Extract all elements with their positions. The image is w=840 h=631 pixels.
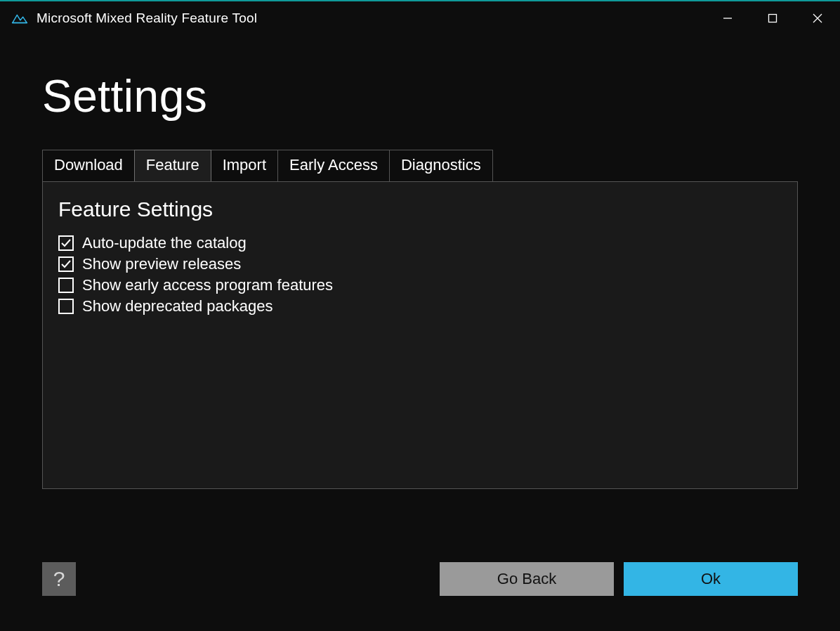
checkbox-icon (58, 256, 74, 272)
tab-feature[interactable]: Feature (134, 150, 211, 181)
option-deprecated[interactable]: Show deprecated packages (58, 297, 782, 316)
tab-label: Early Access (289, 156, 378, 174)
help-button[interactable]: ? (42, 562, 76, 596)
option-label: Auto-update the catalog (82, 234, 247, 252)
ok-button[interactable]: Ok (624, 562, 798, 596)
content: Settings Download Feature Import Early A… (0, 35, 840, 631)
checkbox-icon (58, 299, 74, 314)
tab-diagnostics[interactable]: Diagnostics (389, 150, 493, 181)
tabs: Download Feature Import Early Access Dia… (42, 150, 798, 181)
settings-panel: Feature Settings Auto-update the catalog… (42, 181, 798, 489)
option-label: Show deprecated packages (82, 297, 273, 316)
tab-download[interactable]: Download (42, 150, 135, 181)
tab-label: Feature (146, 156, 199, 174)
tab-label: Import (223, 156, 266, 174)
help-icon: ? (53, 567, 65, 591)
app-icon (11, 10, 28, 27)
option-show-preview[interactable]: Show preview releases (58, 255, 782, 273)
tab-early-access[interactable]: Early Access (277, 150, 390, 181)
button-label: Go Back (497, 570, 556, 588)
maximize-button[interactable] (750, 1, 795, 35)
page-title: Settings (42, 73, 798, 120)
option-label: Show early access program features (82, 276, 333, 294)
panel-heading: Feature Settings (58, 197, 782, 221)
go-back-button[interactable]: Go Back (440, 562, 614, 596)
footer: ? Go Back Ok (42, 534, 798, 610)
svg-rect-2 (769, 15, 777, 22)
tab-import[interactable]: Import (211, 150, 278, 181)
option-label: Show preview releases (82, 255, 241, 273)
minimize-button[interactable] (705, 1, 750, 35)
checkbox-icon (58, 235, 74, 251)
tab-label: Download (54, 156, 123, 174)
titlebar: Microsoft Mixed Reality Feature Tool (0, 1, 840, 35)
tab-label: Diagnostics (401, 156, 481, 174)
option-early-access[interactable]: Show early access program features (58, 276, 782, 294)
window: Microsoft Mixed Reality Feature Tool Set… (0, 0, 840, 631)
close-button[interactable] (795, 1, 840, 35)
button-label: Ok (701, 570, 721, 588)
window-controls (705, 1, 840, 35)
option-auto-update[interactable]: Auto-update the catalog (58, 234, 782, 252)
app-title: Microsoft Mixed Reality Feature Tool (37, 11, 257, 26)
checkbox-icon (58, 278, 74, 293)
